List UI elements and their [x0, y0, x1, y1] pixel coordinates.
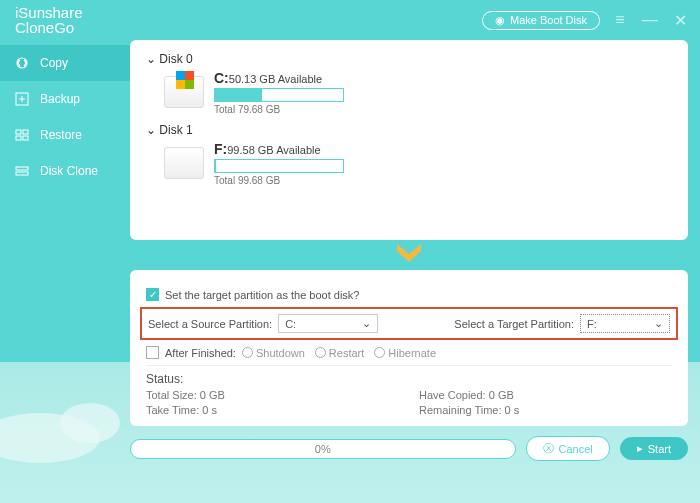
partition-row[interactable]: F:99.58 GB Available Total 99.68 GB — [164, 141, 672, 186]
disk-clone-icon — [14, 163, 30, 179]
usage-bar — [214, 159, 344, 173]
chevron-down-icon: ⌄ — [146, 52, 156, 66]
bottom-bar: 0% ⓧ Cancel ▸ Start — [130, 436, 688, 461]
start-button[interactable]: ▸ Start — [620, 437, 688, 460]
usage-bar — [214, 88, 344, 102]
after-finished-label: After Finished: — [165, 347, 236, 359]
chevron-down-icon: ⌄ — [362, 317, 371, 330]
backup-icon — [14, 91, 30, 107]
source-partition-select[interactable]: C: ⌄ — [278, 314, 378, 333]
source-partition-label: Select a Source Partition: — [148, 318, 272, 330]
minimize-button[interactable]: — — [640, 11, 660, 29]
sidebar-item-backup[interactable]: Backup — [0, 81, 130, 117]
after-finished-checkbox[interactable] — [146, 346, 159, 359]
radio-hibernate[interactable]: Hibernate — [374, 347, 436, 359]
arrow-down-icon — [130, 242, 688, 268]
boot-disk-checkbox[interactable]: ✓ — [146, 288, 159, 301]
cancel-icon: ⓧ — [543, 441, 554, 456]
svg-rect-5 — [16, 167, 28, 170]
sidebar-item-label: Copy — [40, 56, 68, 70]
partition-total: Total 79.68 GB — [214, 104, 344, 115]
disk-header[interactable]: ⌄ Disk 1 — [146, 123, 672, 137]
status-have-copied: Have Copied: 0 GB — [419, 389, 672, 401]
disk-header[interactable]: ⌄ Disk 0 — [146, 52, 672, 66]
chevron-down-icon: ⌄ — [146, 123, 156, 137]
make-boot-disk-button[interactable]: ◉ Make Boot Disk — [482, 11, 600, 30]
radio-restart[interactable]: Restart — [315, 347, 364, 359]
target-partition-select[interactable]: F: ⌄ — [580, 314, 670, 333]
boot-disk-label: Set the target partition as the boot dis… — [165, 289, 359, 301]
svg-rect-3 — [16, 136, 21, 140]
drive-icon — [164, 147, 204, 179]
sidebar-item-copy[interactable]: Copy — [0, 45, 130, 81]
svg-rect-1 — [16, 130, 21, 134]
config-panel: ✓ Set the target partition as the boot d… — [130, 270, 688, 426]
partition-row[interactable]: C:50.13 GB Available Total 79.68 GB — [164, 70, 672, 115]
drive-icon — [164, 76, 204, 108]
status-header: Status: — [146, 372, 672, 386]
svg-rect-4 — [23, 136, 28, 140]
disk-list-panel: ⌄ Disk 0 C:50.13 GB Available Total 79.6… — [130, 40, 688, 240]
sidebar-item-restore[interactable]: Restore — [0, 117, 130, 153]
brand-line2: CloneGo — [15, 20, 83, 35]
radio-shutdown[interactable]: Shutdown — [242, 347, 305, 359]
partition-select-row: Select a Source Partition: C: ⌄ Select a… — [140, 307, 678, 340]
partition-label: C:50.13 GB Available — [214, 70, 344, 86]
cancel-button[interactable]: ⓧ Cancel — [526, 436, 610, 461]
menu-button[interactable]: ≡ — [610, 11, 630, 29]
brand: iSunshare CloneGo — [15, 5, 83, 35]
title-bar: iSunshare CloneGo ◉ Make Boot Disk ≡ — ✕ — [0, 0, 700, 40]
partition-label: F:99.58 GB Available — [214, 141, 344, 157]
status-total-size: Total Size: 0 GB — [146, 389, 399, 401]
target-partition-label: Select a Target Partition: — [454, 318, 574, 330]
sidebar: Copy Backup Restore Disk Clone — [0, 40, 130, 503]
close-button[interactable]: ✕ — [670, 11, 690, 30]
sidebar-item-label: Backup — [40, 92, 80, 106]
partition-total: Total 99.68 GB — [214, 175, 344, 186]
copy-icon — [14, 55, 30, 71]
status-remaining: Remaining Time: 0 s — [419, 404, 672, 416]
status-take-time: Take Time: 0 s — [146, 404, 399, 416]
svg-rect-2 — [23, 130, 28, 134]
brand-line1: iSunshare — [15, 5, 83, 20]
restore-icon — [14, 127, 30, 143]
status-block: Status: Total Size: 0 GB Have Copied: 0 … — [146, 372, 672, 416]
progress-bar: 0% — [130, 439, 516, 459]
chevron-down-icon: ⌄ — [654, 317, 663, 330]
svg-rect-6 — [16, 172, 28, 175]
sidebar-item-label: Disk Clone — [40, 164, 98, 178]
progress-percent: 0% — [315, 443, 331, 455]
disc-icon: ◉ — [495, 14, 505, 27]
play-icon: ▸ — [637, 442, 643, 455]
sidebar-item-disk-clone[interactable]: Disk Clone — [0, 153, 130, 189]
sidebar-item-label: Restore — [40, 128, 82, 142]
make-boot-disk-label: Make Boot Disk — [510, 14, 587, 26]
